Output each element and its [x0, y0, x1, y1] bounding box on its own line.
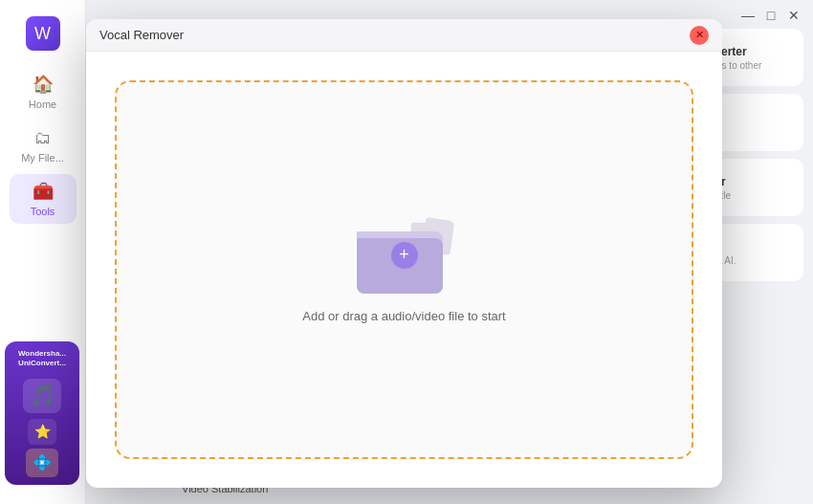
logo-icon: W — [26, 16, 60, 51]
sidebar-promo-banner[interactable]: Wondersha...UniConvert... 🎵 ⭐ 💠 — [5, 341, 79, 485]
bg-window-controls: — □ ✕ — [740, 8, 802, 23]
app-logo: W — [14, 10, 72, 57]
bg-minimize-button[interactable]: — — [740, 8, 756, 23]
promo-text: Wondersha...UniConvert... — [18, 349, 66, 369]
modal-close-button[interactable]: ✕ — [690, 26, 709, 45]
sidebar-item-tools[interactable]: 🧰 Tools — [10, 174, 77, 224]
folder-plus-icon: + — [391, 242, 418, 269]
folder-icon: + — [357, 217, 452, 294]
modal-title: Vocal Remover — [99, 28, 184, 42]
files-icon: 🗂 — [34, 128, 52, 148]
tools-icon: 🧰 — [33, 181, 54, 202]
sidebar-item-home-label: Home — [29, 99, 56, 110]
sidebar-item-myfiles-label: My File... — [21, 152, 64, 164]
modal-body: + Add or drag a audio/video file to star… — [86, 52, 722, 488]
file-drop-zone[interactable]: + Add or drag a audio/video file to star… — [115, 80, 693, 459]
modal-titlebar: Vocal Remover ✕ — [86, 19, 722, 52]
home-icon: 🏠 — [33, 74, 54, 95]
vocal-remover-modal: Vocal Remover ✕ + Add or drag a audio/vi… — [86, 19, 722, 488]
drop-zone-label: Add or drag a audio/video file to start — [302, 309, 505, 323]
sidebar-item-tools-label: Tools — [31, 206, 55, 217]
bg-close-button[interactable]: ✕ — [786, 8, 802, 23]
sidebar-item-home[interactable]: 🏠 Home — [10, 67, 77, 117]
bg-maximize-button[interactable]: □ — [763, 8, 779, 23]
sidebar-item-myfiles[interactable]: 🗂 My File... — [10, 121, 77, 170]
sidebar: W 🏠 Home 🗂 My File... 🧰 Tools Wondersha.… — [0, 0, 86, 504]
